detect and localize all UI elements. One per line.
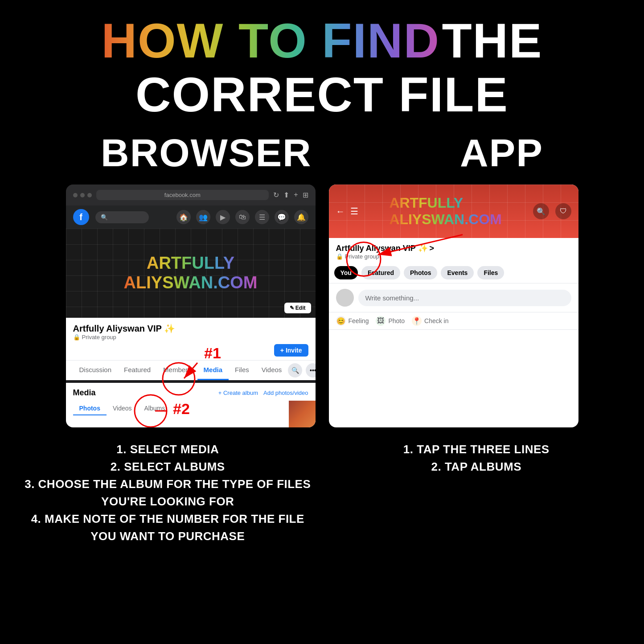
messenger-icon[interactable]: 💬 (275, 210, 289, 224)
menu-icon[interactable]: ☰ (255, 210, 269, 224)
browser-cover-image: ARTFULLY ALIYSWAN.COM ✎ Edit (66, 229, 316, 318)
browser-instruction-2: 2. SELECT ALBUMS (22, 458, 313, 476)
write-area: Write something... (329, 283, 578, 312)
section-labels: BROWSER APP (0, 126, 644, 185)
app-group-type: 🔒 Private group (336, 253, 571, 260)
lock-icon: 🔒 (73, 334, 80, 340)
browser-group-actions: + Invite (73, 344, 308, 357)
browser-url: facebook.com (96, 190, 269, 200)
browser-panel: facebook.com ↻ ⬆ + ⊞ f 🔍 🏠 👥 ▶ 🛍 ☰ 💬 🔔 (66, 185, 316, 427)
feeling-label: Feeling (349, 317, 369, 324)
app-shield-icon[interactable]: 🛡 (555, 203, 571, 219)
browser-media-section: Media + Create album Add photos/video Ph… (66, 383, 316, 427)
checkin-action[interactable]: 📍 Check in (412, 316, 448, 326)
app-group-name: Artfully Aliyswan VIP ✨ > (336, 243, 571, 253)
app-tab-you[interactable]: You (334, 266, 358, 279)
home-icon[interactable]: 🏠 (176, 210, 191, 224)
app-tab-files[interactable]: Files (477, 266, 504, 279)
nav-tab-action-icons: 🔍 ••• (288, 361, 315, 380)
watch-icon[interactable]: ▶ (216, 210, 230, 224)
title-gradient: HOW TO FIND (102, 13, 440, 68)
browser-group-info: Artfully Aliyswan VIP ✨ 🔒 Private group … (66, 318, 316, 360)
search-tab-icon[interactable]: 🔍 (288, 363, 302, 377)
app-back-button[interactable]: ← (336, 206, 345, 217)
edit-button[interactable]: ✎ Edit (284, 303, 311, 313)
photo-icon: 🖼 (376, 316, 386, 326)
tab-featured[interactable]: Featured (118, 361, 157, 380)
tab-discussion[interactable]: Discussion (73, 361, 118, 380)
app-tab-events[interactable]: Events (441, 266, 474, 279)
photo-label: Photo (388, 317, 405, 324)
app-tabs: You Featured Photos Events Files (329, 263, 578, 283)
media-header: Media + Create album Add photos/video (73, 388, 308, 398)
grid-icon[interactable]: ⊞ (303, 191, 308, 199)
refresh-icon[interactable]: ↻ (273, 191, 279, 199)
sub-tab-videos[interactable]: Videos (107, 402, 138, 415)
browser-group-name: Artfully Aliyswan VIP ✨ (73, 323, 308, 334)
browser-instruction-4: 4. MAKE NOTE OF THE NUMBER FOR THE FILE … (22, 510, 313, 545)
marketplace-icon[interactable]: 🛍 (235, 210, 250, 224)
app-search-icon[interactable]: 🔍 (533, 203, 549, 219)
tab-videos[interactable]: Videos (255, 361, 288, 380)
app-panel: ← ☰ ARTFULLY ALIYSWAN.COM 🔍 🛡 Artfully A… (329, 185, 578, 427)
browser-dots (73, 193, 92, 197)
checkin-label: Check in (424, 317, 448, 324)
media-actions: + Create album Add photos/video (218, 390, 308, 396)
dot-1 (73, 193, 78, 197)
fb-search-box[interactable]: 🔍 (95, 211, 149, 223)
lock-icon-app: 🔒 (336, 253, 343, 260)
share-icon[interactable]: ⬆ (283, 191, 289, 199)
browser-bar: facebook.com ↻ ⬆ + ⊞ (66, 185, 316, 205)
dot-2 (80, 193, 85, 197)
panels-container: facebook.com ↻ ⬆ + ⊞ f 🔍 🏠 👥 ▶ 🛍 ☰ 💬 🔔 (0, 185, 644, 427)
browser-label: BROWSER (101, 130, 312, 176)
dot-3 (87, 193, 92, 197)
fb-browser-header: f 🔍 🏠 👥 ▶ 🛍 ☰ 💬 🔔 (66, 205, 316, 229)
app-menu-button[interactable]: ☰ (350, 206, 358, 217)
checkin-icon: 📍 (412, 316, 422, 326)
fb-nav-icons: 🏠 👥 ▶ 🛍 ☰ 💬 🔔 (176, 210, 308, 224)
create-album-btn[interactable]: + Create album (218, 390, 258, 396)
app-tab-photos[interactable]: Photos (404, 266, 437, 279)
main-title: HOW TO FIND THE CORRECT FILE (0, 0, 644, 126)
media-sub-tabs: Photos Videos Albums (73, 402, 308, 415)
browser-instruction-3: 3. CHOOSE THE ALBUM FOR THE TYPE OF FILE… (22, 476, 313, 510)
app-instruction-2: 2. TAP ALBUMS (331, 458, 622, 476)
add-tab-icon[interactable]: + (294, 191, 298, 199)
people-icon[interactable]: 👥 (196, 210, 210, 224)
chevron-icon: > (430, 244, 435, 253)
fb-logo: f (73, 209, 89, 225)
app-header-icons: 🔍 🛡 (533, 203, 571, 219)
media-title: Media (73, 388, 96, 398)
feeling-icon: 😊 (336, 316, 346, 326)
more-tab-icon[interactable]: ••• (306, 363, 315, 377)
app-cover: ← ☰ ARTFULLY ALIYSWAN.COM 🔍 🛡 (329, 185, 578, 238)
browser-icons: ↻ ⬆ + ⊞ (273, 191, 308, 199)
tab-files[interactable]: Files (229, 361, 255, 380)
app-label: APP (460, 130, 543, 176)
sub-tab-photos[interactable]: Photos (73, 402, 107, 415)
browser-instructions: 1. SELECT MEDIA 2. SELECT ALBUMS 3. CHOO… (22, 441, 313, 545)
browser-group-type: 🔒 Private group (73, 334, 308, 340)
feeling-action[interactable]: 😊 Feeling (336, 316, 369, 326)
instructions: 1. SELECT MEDIA 2. SELECT ALBUMS 3. CHOO… (0, 427, 644, 554)
tab-media[interactable]: Media (197, 361, 229, 380)
app-tab-featured[interactable]: Featured (361, 266, 400, 279)
browser-instruction-1: 1. SELECT MEDIA (22, 441, 313, 458)
user-avatar (336, 289, 354, 307)
app-group-info: Artfully Aliyswan VIP ✨ > 🔒 Private grou… (329, 238, 578, 263)
tab-members[interactable]: Members (157, 361, 197, 380)
invite-button[interactable]: + Invite (274, 344, 308, 357)
post-actions: 😊 Feeling 🖼 Photo 📍 Check in (329, 312, 578, 330)
app-instructions: 1. TAP THE THREE LINES 2. TAP ALBUMS (331, 441, 622, 545)
cover-title: ARTFULLY ALIYSWAN.COM (124, 254, 258, 292)
browser-nav-tabs: Discussion Featured Members Media Files … (66, 360, 316, 380)
app-instruction-1: 1. TAP THE THREE LINES (331, 441, 622, 458)
media-thumbnail (289, 401, 316, 427)
app-cover-title: ARTFULLY ALIYSWAN.COM (389, 195, 501, 228)
write-input[interactable]: Write something... (358, 290, 571, 306)
sub-tab-albums[interactable]: Albums (138, 402, 172, 415)
bell-icon[interactable]: 🔔 (294, 210, 308, 224)
add-photos-btn[interactable]: Add photos/video (263, 390, 308, 396)
photo-action[interactable]: 🖼 Photo (376, 316, 405, 326)
